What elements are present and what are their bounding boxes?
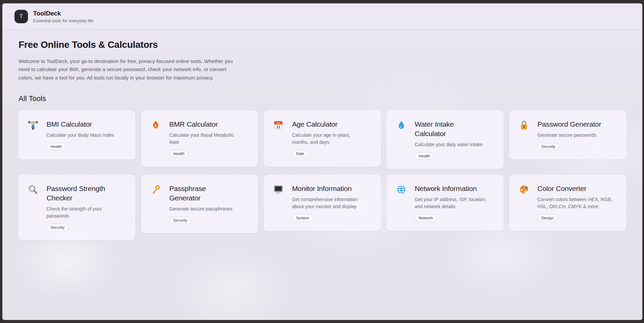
tool-card-body: Age Calculator Calculate your age in yea… (292, 120, 371, 157)
logo-letter: T (20, 13, 23, 20)
tool-category-badge: Design (538, 214, 558, 222)
section-title-all-tools: All Tools (19, 94, 626, 103)
tool-category-badge: Health (169, 150, 188, 157)
tool-description: Calculate your age in years, months, and… (292, 132, 367, 146)
tool-title: Password Strength Checker (47, 184, 116, 203)
tool-card-body: Monitor Information Get comprehensive in… (292, 184, 371, 222)
tool-card-network-information[interactable]: Network Information Get your IP address,… (387, 175, 503, 231)
tool-description: Get your IP address, ISP, location, and … (415, 196, 490, 210)
palette-icon (519, 184, 530, 222)
monitor-icon (273, 184, 284, 222)
tool-card-monitor-information[interactable]: Monitor Information Get comprehensive in… (264, 175, 380, 231)
tool-card-body: BMR Calculator Calculate your Basal Meta… (169, 120, 249, 157)
tool-description: Check the strength of your passwords (47, 205, 122, 220)
app-tagline: Essential tools for everyday life (33, 18, 93, 23)
tool-category-badge: Network (415, 214, 437, 222)
tool-title: BMI Calculator (47, 120, 116, 129)
tool-description: Calculate your Basal Metabolic Rate (169, 132, 244, 146)
app-logo[interactable]: T (14, 10, 28, 23)
tool-title: BMR Calculator (169, 120, 238, 129)
tools-grid: BMI Calculator Calculate your Body Mass … (19, 110, 626, 240)
calendar-icon: July 17 (273, 120, 284, 157)
lock-icon (519, 120, 530, 150)
fire-icon (150, 120, 162, 157)
tool-card-body: Password Generator Generate secure passw… (538, 120, 617, 150)
tool-description: Get comprehensive information about your… (292, 196, 367, 210)
tool-category-badge: Date (292, 150, 308, 157)
calendar-icon-day: 17 (277, 125, 281, 129)
tool-title: Network Information (415, 184, 484, 193)
page-title: Free Online Tools & Calculators (19, 39, 626, 50)
tool-category-badge: Security (47, 224, 69, 231)
tool-card-body: BMI Calculator Calculate your Body Mass … (47, 120, 126, 150)
tool-card-bmr-calculator[interactable]: BMR Calculator Calculate your Basal Meta… (141, 110, 258, 166)
browser-viewport: T ToolDeck Essential tools for everyday … (2, 3, 642, 320)
weightlifter-icon (28, 120, 39, 150)
key-icon (150, 184, 162, 224)
tool-card-password-generator[interactable]: Password Generator Generate secure passw… (510, 110, 626, 159)
app-name: ToolDeck (33, 10, 93, 17)
main-content: Free Online Tools & Calculators Welcome … (2, 30, 642, 320)
tool-card-body: Water Intake Calculator Calculate your d… (415, 120, 494, 160)
calendar-icon-month: July (277, 122, 281, 124)
droplet-icon (396, 120, 407, 160)
tool-title: Age Calculator (292, 120, 361, 129)
tool-description: Convert colors between HEX, RGB, HSL, OK… (538, 196, 613, 210)
app-titles: ToolDeck Essential tools for everyday li… (33, 10, 93, 23)
tool-category-badge: Health (415, 152, 434, 160)
tool-card-body: Passphrase Generator Generate secure pas… (169, 184, 249, 224)
app-header: T ToolDeck Essential tools for everyday … (2, 3, 642, 30)
tool-card-age-calculator[interactable]: July 17 Age Calculator Calculate your ag… (264, 110, 380, 166)
tool-card-water-intake-calculator[interactable]: Water Intake Calculator Calculate your d… (387, 110, 503, 169)
tool-title: Password Generator (538, 120, 607, 129)
tool-title: Passphrase Generator (169, 184, 238, 203)
tool-category-badge: System (292, 214, 313, 222)
tool-title: Color Converter (538, 184, 607, 193)
page-intro: Welcome to ToolDeck, your go-to destinat… (19, 57, 236, 82)
tool-category-badge: Security (538, 143, 560, 150)
tool-category-badge: Health (47, 143, 66, 150)
tool-card-bmi-calculator[interactable]: BMI Calculator Calculate your Body Mass … (19, 110, 135, 159)
tool-category-badge: Security (169, 217, 191, 224)
tool-description: Calculate your Body Mass Index (47, 132, 122, 139)
tool-card-password-strength-checker[interactable]: Password Strength Checker Check the stre… (19, 175, 135, 240)
tool-description: Calculate your daily water intake (415, 141, 490, 148)
tool-description: Generate secure passwords (538, 132, 613, 139)
tool-description: Generate secure passphrases (169, 205, 244, 213)
tool-card-body: Password Strength Checker Check the stre… (47, 184, 126, 231)
tool-card-passphrase-generator[interactable]: Passphrase Generator Generate secure pas… (141, 175, 258, 233)
tool-title: Water Intake Calculator (415, 120, 484, 138)
tool-card-body: Network Information Get your IP address,… (415, 184, 494, 222)
tool-card-color-converter[interactable]: Color Converter Convert colors between H… (510, 175, 626, 231)
tool-card-body: Color Converter Convert colors between H… (538, 184, 617, 222)
magnifier-icon (28, 184, 39, 231)
globe-icon (396, 184, 407, 222)
tool-title: Monitor Information (292, 184, 361, 193)
